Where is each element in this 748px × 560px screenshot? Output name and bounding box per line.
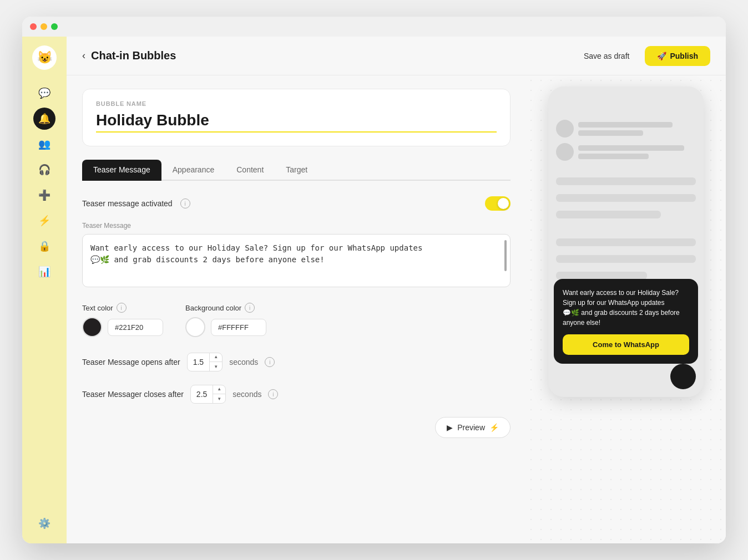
skeleton-lines-1	[578, 122, 696, 136]
preview-cta-button[interactable]: Come to WhatsApp	[563, 334, 689, 355]
teaser-activated-label: Teaser message activated	[82, 199, 173, 208]
teaser-activated-row: Teaser message activated i	[82, 196, 511, 211]
textarea-scrollbar	[504, 240, 507, 271]
opens-after-unit: seconds	[229, 358, 258, 366]
headset-icon: 🎧	[38, 164, 50, 176]
text-color-group: Text color i	[82, 303, 163, 337]
text-color-hex-input[interactable]	[108, 319, 163, 336]
preview-lightning-icon: ⚡	[489, 423, 499, 432]
tab-target[interactable]: Target	[275, 160, 319, 181]
skeleton-row-1	[556, 120, 696, 138]
chat-icon: 💬	[38, 87, 50, 99]
sidebar-item-chat[interactable]: 💬	[33, 82, 55, 104]
publish-label: Publish	[670, 52, 698, 60]
skeleton-avatar-1	[556, 120, 574, 138]
sidebar: 😺 💬 🔔 👥 🎧 ➕ ⚡ 🔒 📊	[22, 37, 67, 543]
closes-after-up[interactable]: ▲	[213, 385, 225, 394]
publish-icon: 🚀	[657, 52, 666, 60]
save-draft-button[interactable]: Save as draft	[575, 47, 639, 65]
content-area: BUBBLE NAME Teaser Message Appearance Co…	[67, 75, 726, 543]
header: ‹ Chat-in Bubbles Save as draft 🚀 Publis…	[67, 37, 726, 75]
sidebar-item-contacts[interactable]: 👥	[33, 133, 55, 155]
back-button[interactable]: ‹	[82, 50, 85, 62]
app-body: 😺 💬 🔔 👥 🎧 ➕ ⚡ 🔒 📊	[22, 37, 726, 543]
opens-after-arrows: ▲ ▼	[209, 353, 222, 371]
bg-color-group: Background color i	[185, 303, 266, 337]
sidebar-item-add[interactable]: ➕	[33, 184, 55, 206]
floating-bubble[interactable]	[670, 364, 696, 389]
skeleton-bar-3	[556, 211, 661, 218]
chart-icon: 📊	[38, 266, 50, 278]
closes-after-down[interactable]: ▼	[213, 394, 225, 404]
skeleton-bar-5	[556, 255, 696, 263]
tab-teaser-message[interactable]: Teaser Message	[82, 160, 161, 181]
text-color-swatch-row	[82, 317, 163, 337]
opens-after-label: Teaser Message opens after	[82, 358, 180, 366]
closes-after-unit: seconds	[233, 390, 261, 399]
skeleton-line	[578, 154, 649, 159]
bg-color-hex-input[interactable]	[211, 319, 266, 336]
teaser-message-textarea[interactable]: Want early access to our Holiday Sale? S…	[83, 235, 510, 284]
closes-after-arrows: ▲ ▼	[213, 385, 225, 404]
text-color-info-icon[interactable]: i	[117, 303, 127, 313]
minimize-dot[interactable]	[41, 23, 47, 30]
skeleton-bar-2	[556, 194, 696, 202]
bubble-name-card: BUBBLE NAME	[82, 89, 511, 146]
sidebar-item-headset[interactable]: 🎧	[33, 159, 55, 181]
app-window: 😺 💬 🔔 👥 🎧 ➕ ⚡ 🔒 📊	[22, 17, 726, 543]
opens-after-row: Teaser Message opens after 1.5 ▲ ▼ secon…	[82, 353, 511, 371]
publish-button[interactable]: 🚀 Publish	[645, 46, 710, 66]
text-color-label: Text color i	[82, 303, 163, 313]
phone-screen: Want early access to our Holiday Sale? S…	[548, 86, 704, 397]
skeleton-avatar-2	[556, 143, 574, 161]
skeleton-bar-1	[556, 177, 696, 185]
bubble-name-input[interactable]	[96, 111, 497, 133]
preview-label: Preview	[457, 423, 485, 432]
skeleton-bar-6	[556, 272, 647, 279]
sidebar-item-flash[interactable]: ⚡	[33, 210, 55, 232]
closes-after-row: Teaser Messager closes after 2.5 ▲ ▼ sec…	[82, 385, 511, 404]
skeleton-row-2	[556, 143, 696, 161]
sidebar-logo[interactable]: 😺	[32, 45, 57, 70]
teaser-message-label: Teaser Message	[82, 222, 511, 230]
header-left: ‹ Chat-in Bubbles	[82, 49, 575, 62]
tab-appearance[interactable]: Appearance	[161, 160, 226, 181]
closes-after-label: Teaser Messager closes after	[82, 390, 184, 399]
opens-after-up[interactable]: ▲	[210, 353, 222, 362]
close-dot[interactable]	[30, 23, 37, 30]
skeleton-lines-2	[578, 145, 696, 159]
sidebar-item-bubbles[interactable]: 🔔	[33, 108, 55, 130]
teaser-activated-toggle[interactable]	[485, 196, 511, 211]
tab-content[interactable]: Content	[225, 160, 275, 181]
bg-color-swatch[interactable]	[185, 317, 205, 337]
preview-button[interactable]: ▶ Preview ⚡	[435, 417, 511, 438]
opens-after-down[interactable]: ▼	[210, 362, 222, 371]
bubbles-icon: 🔔	[38, 113, 50, 125]
header-actions: Save as draft 🚀 Publish	[575, 46, 710, 66]
teaser-activated-info-icon[interactable]: i	[180, 198, 190, 208]
settings-icon: ⚙️	[38, 517, 50, 530]
skeleton-bar-4	[556, 238, 696, 246]
form-panel: BUBBLE NAME Teaser Message Appearance Co…	[67, 75, 526, 543]
text-color-swatch[interactable]	[82, 317, 102, 337]
logo-icon: 😺	[37, 50, 52, 65]
closes-after-value: 2.5	[191, 390, 213, 399]
closes-after-info-icon[interactable]: i	[268, 389, 278, 399]
teaser-textarea-wrap: Want early access to our Holiday Sale? S…	[82, 234, 511, 287]
opens-after-info-icon[interactable]: i	[265, 357, 275, 367]
sidebar-item-chart[interactable]: 📊	[33, 261, 55, 283]
flash-icon: ⚡	[38, 215, 50, 227]
skeleton-line	[578, 122, 673, 128]
phone-skeleton-content	[548, 86, 704, 291]
contacts-icon: 👥	[38, 138, 50, 150]
bubble-name-label: BUBBLE NAME	[96, 100, 497, 107]
sidebar-item-lock[interactable]: 🔒	[33, 235, 55, 257]
closes-after-spinner: 2.5 ▲ ▼	[190, 385, 226, 404]
opens-after-value: 1.5	[188, 358, 209, 366]
skeleton-line	[578, 145, 684, 151]
color-pickers-row: Text color i	[82, 303, 511, 337]
skeleton-line	[578, 130, 643, 136]
sidebar-item-settings[interactable]: ⚙️	[33, 512, 55, 534]
maximize-dot[interactable]	[51, 23, 58, 30]
bg-color-info-icon[interactable]: i	[245, 303, 255, 313]
